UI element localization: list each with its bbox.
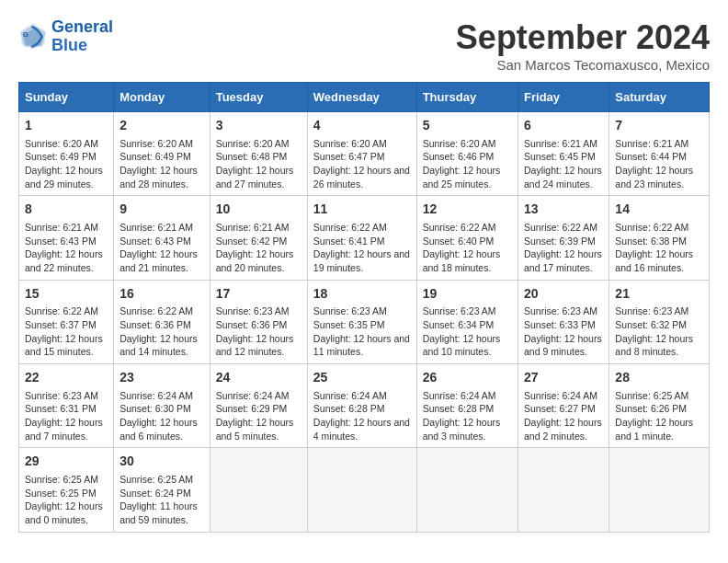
day-number: 10 <box>216 201 301 219</box>
sunset: Sunset: 6:37 PM <box>25 319 97 330</box>
sunset: Sunset: 6:25 PM <box>25 488 97 499</box>
day-number: 24 <box>216 369 301 387</box>
day-cell: 8Sunrise: 6:21 AMSunset: 6:43 PMDaylight… <box>19 196 114 280</box>
sunset: Sunset: 6:30 PM <box>119 403 191 414</box>
col-header-friday: Friday <box>518 83 609 112</box>
daylight: Daylight: 12 hours and 5 minutes. <box>216 417 294 442</box>
sunset: Sunset: 6:38 PM <box>615 236 687 247</box>
daylight: Daylight: 12 hours and 7 minutes. <box>25 417 103 442</box>
sunset: Sunset: 6:27 PM <box>524 403 596 414</box>
daylight: Daylight: 12 hours and 10 minutes. <box>423 333 501 358</box>
sunset: Sunset: 6:45 PM <box>524 151 596 162</box>
sunset: Sunset: 6:49 PM <box>119 151 191 162</box>
sunrise: Sunrise: 6:21 AM <box>524 138 597 149</box>
sunset: Sunset: 6:44 PM <box>615 151 687 162</box>
day-cell: 22Sunrise: 6:23 AMSunset: 6:31 PMDayligh… <box>19 364 114 448</box>
sunrise: Sunrise: 6:23 AM <box>423 305 496 316</box>
day-cell: 21Sunrise: 6:23 AMSunset: 6:32 PMDayligh… <box>609 280 710 363</box>
sunrise: Sunrise: 6:20 AM <box>216 138 290 149</box>
day-number: 7 <box>615 117 703 135</box>
sunset: Sunset: 6:48 PM <box>216 151 288 162</box>
day-number: 3 <box>216 117 301 135</box>
sunrise: Sunrise: 6:20 AM <box>423 138 496 149</box>
day-cell: 3Sunrise: 6:20 AMSunset: 6:48 PMDaylight… <box>210 112 307 196</box>
sunrise: Sunrise: 6:21 AM <box>119 222 193 233</box>
sunrise: Sunrise: 6:24 AM <box>423 390 496 401</box>
day-number: 8 <box>25 201 108 219</box>
day-cell: 7Sunrise: 6:21 AMSunset: 6:44 PMDaylight… <box>609 112 710 196</box>
sunrise: Sunrise: 6:25 AM <box>25 474 98 485</box>
daylight: Daylight: 12 hours and 26 minutes. <box>313 165 410 190</box>
sunset: Sunset: 6:26 PM <box>615 403 687 414</box>
day-number: 17 <box>216 285 301 304</box>
day-number: 1 <box>25 117 108 135</box>
month-title: September 2024 <box>456 18 710 57</box>
sunset: Sunset: 6:46 PM <box>423 151 495 162</box>
sunrise: Sunrise: 6:22 AM <box>119 305 193 316</box>
sunset: Sunset: 6:33 PM <box>524 319 596 330</box>
daylight: Daylight: 12 hours and 29 minutes. <box>25 165 103 190</box>
day-cell: 19Sunrise: 6:23 AMSunset: 6:34 PMDayligh… <box>416 280 518 363</box>
day-number: 4 <box>313 117 411 135</box>
day-cell: 20Sunrise: 6:23 AMSunset: 6:33 PMDayligh… <box>518 280 609 363</box>
daylight: Daylight: 12 hours and 20 minutes. <box>216 248 294 273</box>
sunset: Sunset: 6:34 PM <box>423 319 495 330</box>
sunrise: Sunrise: 6:25 AM <box>119 474 193 485</box>
location: San Marcos Tecomaxusco, Mexico <box>456 57 710 73</box>
sunrise: Sunrise: 6:23 AM <box>313 305 387 316</box>
day-cell: 4Sunrise: 6:20 AMSunset: 6:47 PMDaylight… <box>307 112 416 196</box>
sunrise: Sunrise: 6:24 AM <box>524 390 597 401</box>
day-cell: 10Sunrise: 6:21 AMSunset: 6:42 PMDayligh… <box>210 196 307 280</box>
sunset: Sunset: 6:24 PM <box>119 488 191 499</box>
daylight: Daylight: 12 hours and 24 minutes. <box>524 165 602 190</box>
day-cell: 17Sunrise: 6:23 AMSunset: 6:36 PMDayligh… <box>210 280 307 363</box>
day-number: 12 <box>423 201 512 219</box>
col-header-sunday: Sunday <box>19 83 114 112</box>
day-cell: 13Sunrise: 6:22 AMSunset: 6:39 PMDayligh… <box>518 196 609 280</box>
daylight: Daylight: 12 hours and 1 minute. <box>615 417 693 442</box>
daylight: Daylight: 11 hours and 59 minutes. <box>119 500 198 525</box>
sunset: Sunset: 6:28 PM <box>423 403 495 414</box>
day-number: 19 <box>423 285 512 304</box>
day-number: 29 <box>25 453 108 471</box>
day-cell: 5Sunrise: 6:20 AMSunset: 6:46 PMDaylight… <box>416 112 518 196</box>
daylight: Daylight: 12 hours and 8 minutes. <box>615 333 693 358</box>
sunrise: Sunrise: 6:24 AM <box>313 390 387 401</box>
daylight: Daylight: 12 hours and 2 minutes. <box>524 417 602 442</box>
sunrise: Sunrise: 6:20 AM <box>119 138 193 149</box>
day-number: 2 <box>119 117 204 135</box>
day-cell <box>307 448 416 532</box>
header-row: SundayMondayTuesdayWednesdayThursdayFrid… <box>19 83 710 112</box>
day-cell: 16Sunrise: 6:22 AMSunset: 6:36 PMDayligh… <box>114 280 210 363</box>
daylight: Daylight: 12 hours and 27 minutes. <box>216 165 294 190</box>
day-number: 20 <box>524 285 603 304</box>
day-cell: 12Sunrise: 6:22 AMSunset: 6:40 PMDayligh… <box>416 196 518 280</box>
day-cell <box>518 448 609 532</box>
day-number: 9 <box>119 201 204 219</box>
day-cell: 28Sunrise: 6:25 AMSunset: 6:26 PMDayligh… <box>609 364 710 448</box>
sunrise: Sunrise: 6:22 AM <box>615 222 688 233</box>
daylight: Daylight: 12 hours and 9 minutes. <box>524 333 602 358</box>
sunset: Sunset: 6:43 PM <box>119 236 191 247</box>
sunset: Sunset: 6:35 PM <box>313 319 385 330</box>
day-number: 27 <box>524 369 603 387</box>
day-number: 23 <box>119 369 204 387</box>
daylight: Daylight: 12 hours and 6 minutes. <box>119 417 198 442</box>
sunset: Sunset: 6:29 PM <box>216 403 288 414</box>
sunset: Sunset: 6:40 PM <box>423 236 495 247</box>
day-number: 21 <box>615 285 703 304</box>
sunset: Sunset: 6:31 PM <box>25 403 97 414</box>
day-cell <box>416 448 518 532</box>
day-cell: 2Sunrise: 6:20 AMSunset: 6:49 PMDaylight… <box>114 112 210 196</box>
sunset: Sunset: 6:41 PM <box>313 236 385 247</box>
daylight: Daylight: 12 hours and 19 minutes. <box>313 248 410 273</box>
col-header-monday: Monday <box>114 83 210 112</box>
sunrise: Sunrise: 6:23 AM <box>216 305 290 316</box>
sunset: Sunset: 6:49 PM <box>25 151 97 162</box>
day-number: 15 <box>25 285 108 304</box>
daylight: Daylight: 12 hours and 14 minutes. <box>119 333 198 358</box>
day-cell: 18Sunrise: 6:23 AMSunset: 6:35 PMDayligh… <box>307 280 416 363</box>
sunset: Sunset: 6:43 PM <box>25 236 97 247</box>
logo: G General Blue <box>18 18 113 55</box>
sunrise: Sunrise: 6:25 AM <box>615 390 688 401</box>
